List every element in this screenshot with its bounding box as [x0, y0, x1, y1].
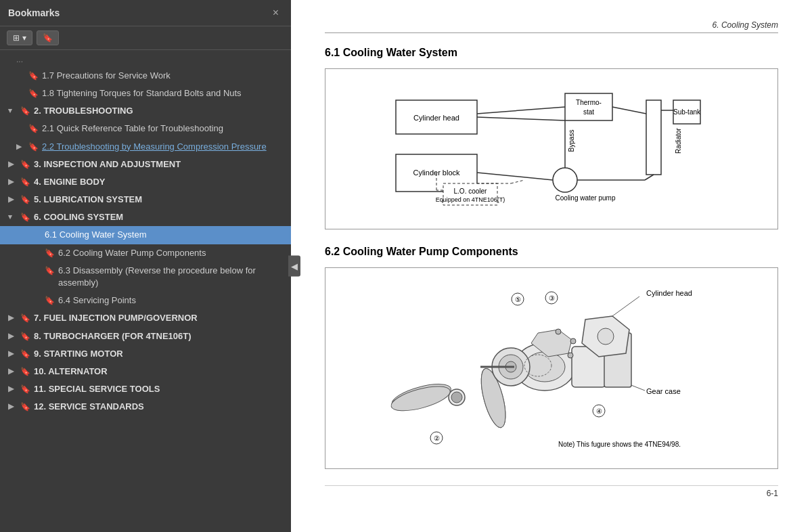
sidebar-label-6-1: 6.1 Cooling Water System — [45, 229, 286, 241]
sidebar-label-1-7: 1.7 Precautions for Service Work — [42, 70, 286, 82]
section-6-1-title: 6.1 Cooling Water System — [325, 47, 778, 59]
sidebar-item-3[interactable]: ▶ 🔖 3. INSPECTION AND ADJUSTMENT — [0, 156, 291, 173]
sidebar-label-7: 7. FUEL INJECTION PUMP/GOVERNOR — [34, 312, 286, 324]
page-footer: 6-1 — [325, 485, 778, 498]
svg-text:③: ③ — [549, 294, 555, 302]
svg-point-54 — [556, 329, 561, 334]
spacer-icon-6-4 — [32, 294, 42, 295]
bookmark-icon-2-2: 🔖 — [28, 141, 38, 153]
pump-components-diagram: Cylinder head Gear case Note) This fugur… — [325, 267, 778, 469]
fan-assembly — [389, 366, 511, 430]
expand-icon-4: ▶ — [8, 176, 18, 187]
bookmark-icon-7: 🔖 — [20, 312, 30, 324]
sidebar-label-6: 6. COOLING SYSTEM — [34, 211, 286, 223]
expand-icon-12: ▶ — [8, 401, 18, 412]
sidebar-item-6-4[interactable]: 🔖 6.4 Servicing Points — [0, 292, 291, 309]
svg-text:⑤: ⑤ — [515, 296, 521, 303]
sidebar-label-5: 5. LUBRICATION SYSTEM — [34, 194, 286, 206]
spacer-icon-6-3 — [32, 265, 42, 265]
link-2-2[interactable]: 2.2 Troubleshooting by Measuring Compres… — [42, 141, 267, 152]
sidebar-item-2-1[interactable]: 🔖 2.1 Quick Reference Table for Troubles… — [0, 120, 291, 137]
svg-text:Thermo-: Thermo- — [576, 99, 602, 106]
svg-text:Bypass: Bypass — [568, 130, 575, 152]
svg-text:Equipped on 4TNE106(T): Equipped on 4TNE106(T) — [436, 196, 505, 203]
svg-line-20 — [477, 173, 553, 180]
sidebar-item-9[interactable]: ▶ 🔖 9. STARTING MOTOR — [0, 345, 291, 363]
svg-line-29 — [612, 296, 639, 316]
svg-line-17 — [477, 107, 565, 114]
bookmark-icon-5: 🔖 — [20, 194, 30, 206]
sidebar-item-6[interactable]: ▾ 🔖 6. COOLING SYSTEM — [0, 208, 291, 226]
sidebar-label-3: 3. INSPECTION AND ADJUSTMENT — [34, 158, 286, 171]
list-icon: ⊞ — [13, 33, 20, 43]
sidebar-item-4[interactable]: ▶ 🔖 4. ENGINE BODY — [0, 173, 291, 191]
svg-text:stat: stat — [583, 108, 594, 116]
bookmark-icon-3: 🔖 — [20, 158, 30, 171]
sidebar-label-2-1: 2.1 Quick Reference Table for Troublesho… — [42, 123, 286, 135]
sidebar-item-10[interactable]: ▶ 🔖 10. ALTERNATOR — [0, 363, 291, 380]
bookmark-icon-12: 🔖 — [20, 401, 30, 413]
sidebar-toolbar: ⊞ ▾ 🔖 — [0, 26, 291, 50]
sidebar-label-6-4: 6.4 Servicing Points — [58, 294, 286, 307]
bookmark-icon-2-1: 🔖 — [28, 123, 38, 135]
sidebar-item-1-8[interactable]: 🔖 1.8 Tightening Torques for Standard Bo… — [0, 85, 291, 102]
sidebar-label-10: 10. ALTERNATOR — [34, 365, 286, 378]
sidebar-label-2-2: 2.2 Troubleshooting by Measuring Compres… — [42, 141, 286, 153]
expand-icon-8: ▶ — [8, 330, 18, 341]
svg-text:②: ② — [434, 435, 440, 442]
sidebar-label-1-8: 1.8 Tightening Torques for Standard Bolt… — [42, 87, 286, 99]
sidebar-item-6-3[interactable]: 🔖 6.3 Disassembly (Reverse the procedure… — [0, 262, 291, 292]
expand-icon-7: ▶ — [8, 312, 18, 323]
sidebar-collapse-button[interactable]: ◀ — [288, 256, 300, 277]
expand-icon-2-2: ▶ — [16, 141, 26, 152]
sidebar-item-2-2[interactable]: ▶ 🔖 2.2 Troubleshooting by Measuring Com… — [0, 138, 291, 156]
svg-rect-7 — [646, 100, 661, 175]
list-dropdown-arrow: ▾ — [22, 33, 26, 43]
cooling-system-diagram: Cylinder head Cylinder block Thermo- sta… — [325, 68, 778, 229]
sidebar-item-6-2[interactable]: 🔖 6.2 Cooling Water Pump Components — [0, 244, 291, 262]
expand-icon-6: ▾ — [8, 211, 18, 222]
pump-diagram-svg: Cylinder head Gear case Note) This fugur… — [336, 279, 767, 455]
sidebar-item-8[interactable]: ▶ 🔖 8. TURBOCHARGER (FOR 4TNE106T) — [0, 328, 291, 345]
bookmark-icon-10: 🔖 — [20, 365, 30, 378]
sidebar-label-6-2: 6.2 Cooling Water Pump Components — [58, 247, 286, 259]
sidebar-title: Bookmarks — [8, 7, 60, 18]
spacer-icon-6-2 — [32, 247, 42, 248]
sidebar-item-5[interactable]: ▶ 🔖 5. LUBRICATION SYSTEM — [0, 191, 291, 208]
sidebar-label-8: 8. TURBOCHARGER (FOR 4TNE106T) — [34, 330, 286, 342]
expand-icon-9: ▶ — [8, 348, 18, 359]
list-view-button[interactable]: ⊞ ▾ — [7, 30, 32, 45]
document-page[interactable]: 6. Cooling System 6.1 Cooling Water Syst… — [291, 0, 812, 532]
expand-icon-11: ▶ — [8, 383, 18, 394]
bookmark-icon-1-7: 🔖 — [28, 70, 38, 82]
close-button[interactable]: × — [269, 5, 283, 20]
bookmark-icon-6-2: 🔖 — [45, 247, 54, 259]
page-header: 6. Cooling System — [325, 20, 778, 33]
svg-text:Radiator: Radiator — [675, 127, 682, 153]
sidebar-item-6-1[interactable]: 6.1 Cooling Water System — [0, 226, 291, 244]
section-6-2-title: 6.2 Cooling Water Pump Components — [325, 246, 778, 258]
sidebar-item-7[interactable]: ▶ 🔖 7. FUEL INJECTION PUMP/GOVERNOR — [0, 309, 291, 327]
spacer-icon-1-8 — [16, 87, 26, 88]
bookmark-icon-8: 🔖 — [20, 330, 30, 342]
expand-icon-3: ▶ — [8, 158, 18, 169]
document-panel: 6. Cooling System 6.1 Cooling Water Syst… — [291, 0, 812, 532]
sidebar-item-11[interactable]: ▶ 🔖 11. SPECIAL SERVICE TOOLS — [0, 380, 291, 398]
expand-icon-2: ▾ — [8, 105, 18, 116]
sidebar-item-12[interactable]: ▶ 🔖 12. SERVICE STANDARDS — [0, 398, 291, 416]
svg-text:Cooling water pump: Cooling water pump — [556, 194, 616, 202]
bookmark-icon-11: 🔖 — [20, 383, 30, 395]
sidebar: Bookmarks × ⊞ ▾ 🔖 ... 🔖 1.7 Precautions … — [0, 0, 291, 532]
sidebar-item-1-7[interactable]: 🔖 1.7 Precautions for Service Work — [0, 67, 291, 85]
bookmark-icon-2: 🔖 — [20, 105, 30, 117]
svg-text:Sub-tank: Sub-tank — [673, 108, 701, 116]
sidebar-item-2[interactable]: ▾ 🔖 2. TROUBLESHOOTING — [0, 102, 291, 120]
sidebar-content[interactable]: ... 🔖 1.7 Precautions for Service Work 🔖… — [0, 50, 291, 532]
expand-icon-5: ▶ — [8, 194, 18, 204]
svg-text:Cylinder head: Cylinder head — [413, 114, 459, 122]
bookmark-icon-6: 🔖 — [20, 211, 30, 223]
spacer-icon — [16, 70, 26, 70]
bookmark-button[interactable]: 🔖 — [37, 30, 59, 45]
sidebar-label-6-3: 6.3 Disassembly (Reverse the procedure b… — [58, 265, 286, 289]
sidebar-label-11: 11. SPECIAL SERVICE TOOLS — [34, 383, 286, 395]
